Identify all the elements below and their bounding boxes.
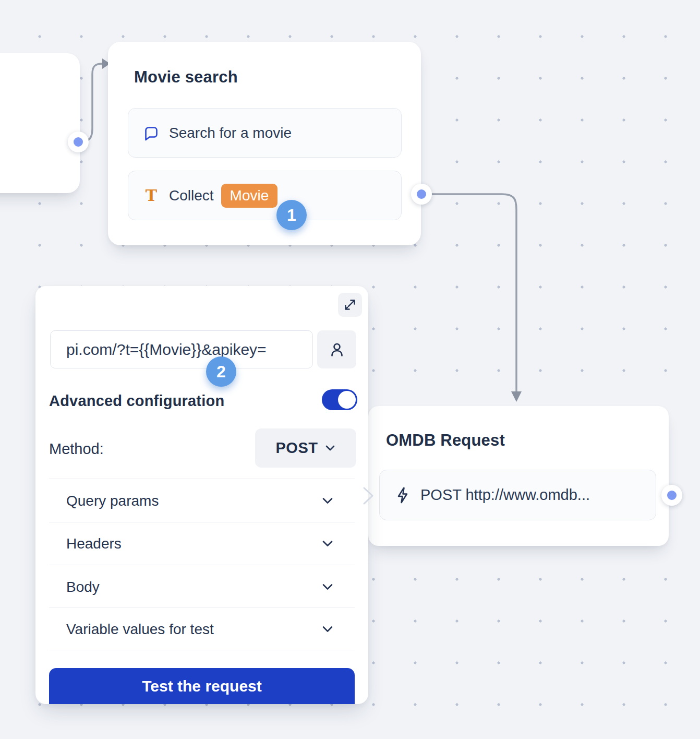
message-row[interactable]: Search for a movie [128,108,402,158]
port-dot [74,137,83,147]
step-badge-1: 1 [276,200,307,230]
advanced-configuration-toggle[interactable] [322,389,357,410]
test-request-button[interactable]: Test the request [49,668,355,704]
section-headers[interactable]: Headers [49,529,355,559]
divider [49,565,355,565]
output-port-omdb[interactable] [661,485,682,506]
port-dot [417,189,426,199]
output-port-previous-node[interactable] [68,132,89,152]
node-title: Movie search [134,68,238,87]
chevron-down-icon [325,445,335,452]
previous-node-card[interactable] [0,53,80,193]
variable-badge: Movie [221,184,278,208]
webhook-config-panel: Advanced configuration Method: POST Quer… [35,286,368,704]
connector-movie-to-omdb [431,194,516,391]
omdb-request-node[interactable]: OMDB Request POST http://www.omdb... [368,406,669,546]
section-label: Variable values for test [66,621,214,638]
divider [49,522,355,522]
section-label: Body [66,579,100,595]
lightning-icon [394,486,411,504]
collect-row[interactable]: T Collect Movie [128,171,402,220]
chevron-down-icon [321,540,334,548]
message-row-label: Search for a movie [169,125,292,141]
url-input[interactable] [50,330,313,368]
expand-arrows-icon [341,296,359,314]
person-icon [328,340,346,359]
method-label: Method: [49,440,104,458]
webhook-row-label: POST http://www.omdb... [420,486,590,504]
variable-insert-button[interactable] [317,330,356,368]
chevron-down-icon [321,583,334,591]
divider [49,607,355,607]
toggle-knob [338,391,356,409]
section-label: Query params [66,493,159,509]
chevron-down-icon [321,497,334,505]
expand-button[interactable] [338,293,362,317]
section-body[interactable]: Body [49,572,355,602]
step-badge-2: 2 [206,356,236,387]
section-variable-values[interactable]: Variable values for test [49,614,355,645]
movie-search-node[interactable]: Movie search Search for a movie T Collec… [108,42,421,245]
input-notch-omdb [362,486,376,505]
node-title: OMDB Request [386,431,505,450]
section-label: Headers [66,535,122,552]
method-value: POST [276,439,318,457]
divider [49,650,355,650]
divider [49,479,355,479]
connector-left-to-movie [79,64,103,142]
flow-canvas[interactable]: Movie search Search for a movie T Collec… [0,0,700,739]
connector-arrowhead-down [511,391,522,402]
port-dot [667,491,677,500]
advanced-configuration-label: Advanced configuration [49,392,224,410]
webhook-row[interactable]: POST http://www.omdb... [379,470,656,520]
chat-bubble-icon [143,125,160,141]
text-input-icon: T [143,188,160,204]
output-port-movie-search[interactable] [411,184,432,205]
chevron-down-icon [321,625,334,634]
section-query-params[interactable]: Query params [49,486,355,516]
method-dropdown[interactable]: POST [255,428,356,468]
collect-row-label: Collect [169,187,214,204]
